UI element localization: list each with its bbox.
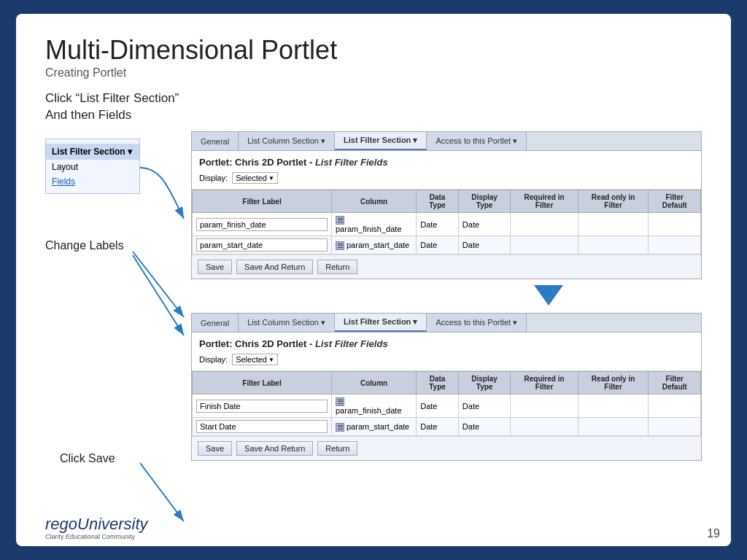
required-filter-cell <box>511 236 578 254</box>
display-type-cell: Date <box>458 394 510 418</box>
tab-general-1[interactable]: General <box>192 132 239 150</box>
chevron-down-icon-1: ▼ <box>268 175 274 182</box>
filter-label-input[interactable]: Finish Date <box>196 400 328 413</box>
tab-access-2[interactable]: Access to this Portlet ▾ <box>427 314 527 332</box>
th-column-1: Column <box>332 190 417 213</box>
column-cell: ☷param_finish_date <box>332 213 417 236</box>
portlet-header-2: Portlet: Chris 2D Portlet - List Filter … <box>192 332 701 371</box>
data-type-cell: Date <box>417 418 459 436</box>
tab-list-filter-1[interactable]: List Filter Section ▾ <box>335 132 427 150</box>
portlet-title-1: Portlet: Chris 2D Portlet - List Filter … <box>199 157 694 168</box>
instruction-line1: Click “List Filter Section” <box>45 91 179 105</box>
readonly-filter-cell <box>578 236 649 254</box>
display-row-1: Display: Selected ▼ <box>199 172 694 184</box>
data-type-cell: Date <box>417 213 459 236</box>
sidebar-layout-item: Layout <box>46 160 139 174</box>
tab-general-label-2: General <box>201 319 229 327</box>
tab-list-filter-label-1: List Filter Section ▾ <box>344 136 417 145</box>
portlet-table-2: General List Column Section ▾ List Filte… <box>191 313 702 461</box>
btn-row-2: Save Save And Return Return <box>192 436 701 460</box>
table-row: Finish Date☷param_finish_dateDateDate <box>193 394 701 418</box>
arrow-container <box>395 285 702 306</box>
tab-access-label-2: Access to this Portlet ▾ <box>436 318 517 327</box>
display-type-cell: Date <box>458 213 510 236</box>
tab-list-column-2[interactable]: List Column Section ▾ <box>239 314 335 332</box>
required-filter-cell <box>511 418 578 436</box>
table-row: param_finish_date☷param_finish_dateDateD… <box>193 213 701 236</box>
arrow-down-icon <box>534 285 563 306</box>
filter-default-cell <box>649 394 701 418</box>
tab-general-label-1: General <box>201 137 229 146</box>
th-data-type-2: Data Type <box>417 372 459 394</box>
data-type-cell: Date <box>417 236 459 254</box>
tab-list-filter-2[interactable]: List Filter Section ▾ <box>335 314 427 332</box>
readonly-filter-cell <box>578 418 649 436</box>
change-labels-label: Change Labels <box>45 239 124 252</box>
th-filter-label-1: Filter Label <box>193 190 332 213</box>
th-filter-default-1: Filter Default <box>649 190 701 213</box>
logo-area: regoUniversity Clarity Educational Commu… <box>45 516 148 540</box>
display-select-2[interactable]: Selected ▼ <box>232 354 278 365</box>
tab-list-column-label-2: List Column Section ▾ <box>247 318 325 327</box>
th-readonly-1: Read only in Filter <box>578 190 649 213</box>
column-cell: ☷param_finish_date <box>332 394 417 418</box>
save-return-button-1[interactable]: Save And Return <box>236 260 313 274</box>
save-button-1[interactable]: Save <box>198 260 232 274</box>
slide-title: Multi-Dimensional Portlet <box>45 36 702 65</box>
table-row: Start Date☷param_start_dateDateDate <box>193 418 701 436</box>
instruction-line2: And then Fields <box>45 108 131 122</box>
filter-label-cell: param_start_date <box>193 236 332 254</box>
data-table-2: Filter Label Column Data Type Display Ty… <box>192 371 701 436</box>
table-icon: ☷ <box>336 397 344 406</box>
filter-label-cell: param_finish_date <box>193 213 332 236</box>
arrows-svg <box>45 131 191 560</box>
portlet-name-italic-1: List Filter Fields <box>315 157 388 168</box>
th-display-type-2: Display Type <box>458 372 510 394</box>
filter-label-input[interactable]: param_start_date <box>196 238 328 252</box>
display-type-cell: Date <box>458 236 510 254</box>
table-icon: ☷ <box>336 241 344 250</box>
th-data-type-1: Data Type <box>417 190 459 213</box>
display-select-1[interactable]: Selected ▼ <box>232 172 278 184</box>
chevron-down-icon-2: ▼ <box>268 357 274 363</box>
column-cell: ☷param_start_date <box>332 236 417 254</box>
data-table-1: Filter Label Column Data Type Display Ty… <box>192 190 701 254</box>
table-icon: ☷ <box>336 423 344 432</box>
slide: Multi-Dimensional Portlet Creating Portl… <box>16 14 731 546</box>
slide-subtitle: Creating Portlet <box>45 66 702 79</box>
required-filter-cell <box>511 213 578 236</box>
return-button-2[interactable]: Return <box>317 441 357 456</box>
tab-general-2[interactable]: General <box>192 314 239 332</box>
save-return-button-2[interactable]: Save And Return <box>236 441 313 456</box>
display-row-2: Display: Selected ▼ <box>199 354 694 365</box>
tab-list-column-label-1: List Column Section ▾ <box>247 136 325 146</box>
tab-access-1[interactable]: Access to this Portlet ▾ <box>427 132 527 150</box>
th-required-1: Required in Filter <box>511 190 578 213</box>
th-readonly-2: Read only in Filter <box>578 372 649 394</box>
filter-label-input[interactable]: param_finish_date <box>196 218 328 231</box>
logo-rego: rego <box>45 515 77 533</box>
data-type-cell: Date <box>417 394 459 418</box>
right-panel: General List Column Section ▾ List Filte… <box>191 131 702 532</box>
filter-default-cell <box>649 418 701 436</box>
btn-row-1: Save Save And Return Return <box>192 254 701 279</box>
display-value-2: Selected <box>236 355 267 364</box>
filter-default-cell <box>649 236 701 254</box>
tab-list-column-1[interactable]: List Column Section ▾ <box>239 132 335 150</box>
portlet-name-1: Portlet: Chris 2D Portlet - <box>199 157 315 168</box>
portlet-name-2: Portlet: Chris 2D Portlet - <box>199 338 315 349</box>
portlet-name-italic-2: List Filter Fields <box>315 338 388 349</box>
tab-bar-2: General List Column Section ▾ List Filte… <box>192 314 701 332</box>
display-label-2: Display: <box>199 355 228 364</box>
click-save-label: Click Save <box>60 452 115 465</box>
sidebar-fields-link[interactable]: Fields <box>46 174 139 189</box>
tab-list-filter-label-2: List Filter Section ▾ <box>344 317 417 327</box>
return-button-1[interactable]: Return <box>317 260 357 274</box>
save-button-2[interactable]: Save <box>198 441 232 456</box>
filter-label-input[interactable]: Start Date <box>196 420 328 433</box>
left-panel: List Filter Section ▾ Layout Fields Chan… <box>45 131 191 532</box>
th-required-2: Required in Filter <box>511 372 578 394</box>
readonly-filter-cell <box>578 213 649 236</box>
column-cell: ☷param_start_date <box>332 418 417 436</box>
filter-label-cell: Start Date <box>193 418 332 436</box>
